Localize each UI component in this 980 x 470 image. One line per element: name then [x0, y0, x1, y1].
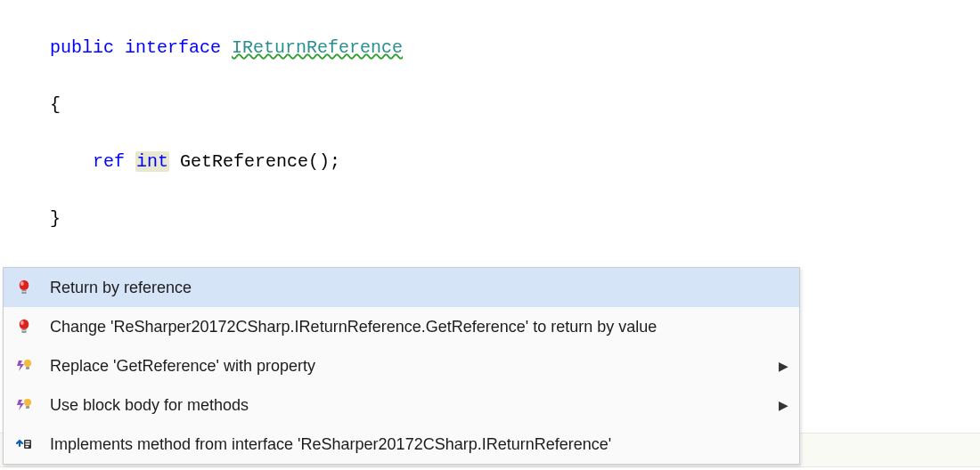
svg-point-11 — [20, 281, 24, 286]
popup-item-implements-method[interactable]: Implements method from interface 'ReShar… — [4, 425, 799, 464]
svg-point-10 — [20, 280, 29, 290]
popup-item-label: Return by reference — [50, 279, 788, 297]
lightbulb-icon — [14, 278, 34, 297]
popup-item-label: Use block body for methods — [50, 396, 763, 415]
svg-point-14 — [20, 320, 29, 329]
vs-bulb-icon — [14, 356, 34, 376]
keyword-int: int — [135, 151, 169, 172]
popup-item-label: Implements method from interface 'ReShar… — [50, 435, 788, 454]
popup-item-return-by-reference[interactable]: Return by reference — [4, 268, 799, 307]
implements-up-icon — [14, 434, 34, 454]
svg-rect-23 — [26, 442, 30, 443]
popup-item-change-return-by-value[interactable]: Change 'ReSharper20172CSharp.IReturnRefe… — [4, 307, 799, 346]
type-ireturnreference: IReturnReference — [232, 37, 403, 58]
svg-rect-13 — [21, 291, 26, 292]
chevron-right-icon: ▶ — [779, 398, 788, 412]
popup-item-use-block-body[interactable]: Use block body for methods ▶ — [4, 385, 799, 425]
popup-item-label: Change 'ReSharper20172CSharp.IReturnRefe… — [50, 318, 788, 336]
svg-rect-25 — [26, 446, 29, 448]
vs-bulb-icon — [14, 395, 34, 415]
svg-rect-17 — [21, 330, 26, 331]
svg-point-20 — [24, 399, 31, 406]
code-line: ref int GetReference(); — [50, 148, 980, 176]
code-line: { — [50, 91, 980, 119]
chevron-right-icon: ▶ — [779, 359, 788, 373]
method-name: GetReference — [180, 151, 308, 172]
svg-rect-24 — [26, 443, 30, 445]
keyword-public: public — [50, 37, 114, 58]
code-line: public interface IReturnReference — [50, 34, 980, 62]
quick-actions-popup: Return by reference Change 'ReSharper201… — [3, 267, 800, 465]
keyword-ref: ref — [93, 151, 125, 172]
svg-point-18 — [24, 360, 31, 367]
svg-point-15 — [20, 320, 24, 325]
popup-item-label: Replace 'GetReference' with property — [50, 357, 763, 376]
keyword-interface: interface — [125, 37, 221, 58]
popup-item-replace-with-property[interactable]: Replace 'GetReference' with property ▶ — [4, 346, 799, 385]
svg-rect-19 — [26, 367, 29, 369]
lightbulb-icon — [14, 317, 34, 336]
svg-rect-21 — [26, 406, 29, 409]
code-line: } — [50, 205, 980, 233]
